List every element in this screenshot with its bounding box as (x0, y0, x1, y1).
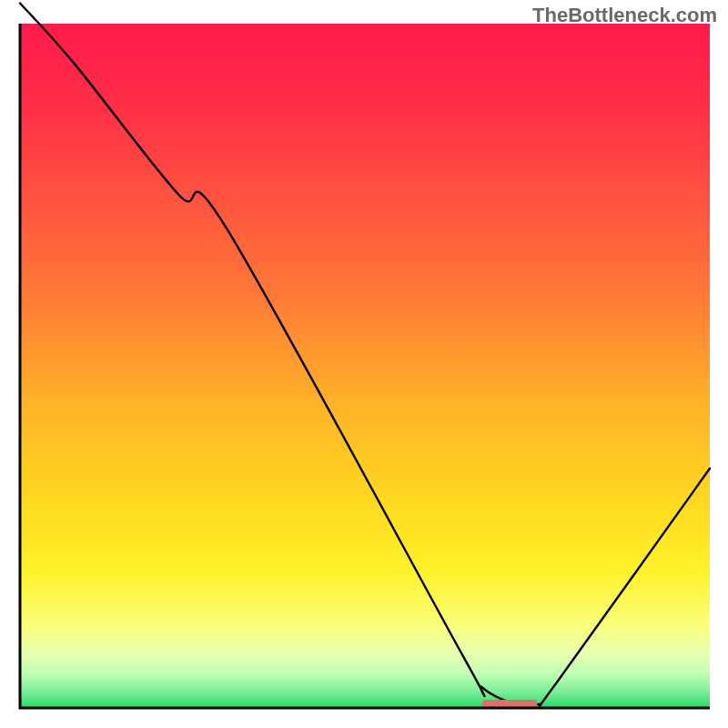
watermark-text: TheBottleneck.com (532, 4, 717, 27)
bottleneck-chart (0, 0, 728, 728)
